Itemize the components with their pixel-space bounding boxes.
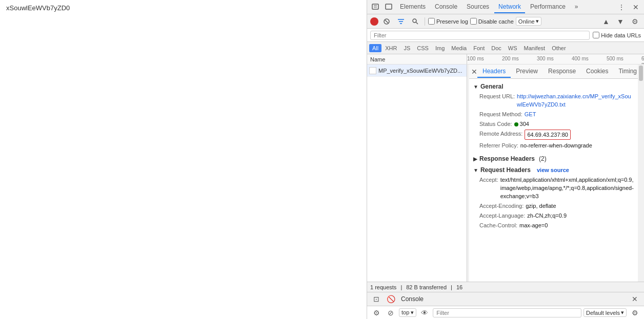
tab-console[interactable]: Console [431,1,461,13]
view-source-link[interactable]: view source [537,167,569,173]
type-btn-ws[interactable]: WS [505,44,520,52]
referrer-policy-row: Referrer Policy: no-referrer-when-downgr… [479,141,634,150]
request-headers-section-body: Accept: text/html,application/xhtml+xml,… [469,176,638,233]
upload-icon[interactable]: ▲ [600,15,612,28]
details-content: ▼ General Request URL: http://wjwezhan.z… [469,79,638,282]
request-headers-toggle-icon: ▼ [473,167,478,173]
preserve-log-text: Preserve log [436,18,468,25]
clear-icon[interactable] [380,15,393,28]
detail-tab-timing[interactable]: Timing [613,66,638,78]
preserve-log-checkbox[interactable] [428,18,435,25]
download-icon[interactable]: ▼ [614,15,627,28]
dock-icon[interactable] [383,1,395,13]
details-panel: ✕ Headers Preview Response Cookies Timin… [469,65,638,282]
detail-tab-headers[interactable]: Headers [477,66,511,78]
console-context-select[interactable]: top ▾ [399,308,416,317]
type-btn-font[interactable]: Font [470,44,488,52]
svg-rect-0 [372,4,378,9]
separator-1 [425,17,425,26]
type-btn-xhr[interactable]: XHR [382,44,400,52]
console-close-button[interactable]: ✕ [629,293,641,305]
cache-control-row: Cache-Control: max-age=0 [479,221,634,229]
filter-input[interactable] [370,31,590,40]
accept-value: text/html,application/xhtml+xml,applicat… [500,176,634,200]
network-row-name: MP_verify_xSouwlEeWVb7yZD... [378,68,462,74]
disable-cache-label[interactable]: Disable cache [470,18,514,25]
network-status-bar: 1 requests | 82 B transferred | 16 [367,282,644,292]
console-title: Console [401,295,424,303]
preserve-log-label[interactable]: Preserve log [428,18,468,25]
filter-bar: Hide data URLs [367,29,644,42]
type-filter-bar: All XHR JS CSS Img Media Font Doc WS Man… [367,42,644,54]
marker-400ms: 400 ms [572,56,589,61]
type-btn-js[interactable]: JS [400,44,413,52]
type-btn-media[interactable]: Media [448,44,470,52]
more-options-icon[interactable]: ⋮ [615,1,628,13]
general-section-header[interactable]: ▼ General [469,81,638,92]
hide-data-urls-checkbox[interactable] [593,32,599,38]
undock-icon[interactable] [369,1,381,13]
resources-count: 16 [456,284,462,290]
request-method-row: Request Method: GET [479,110,634,118]
search-icon[interactable] [409,15,421,28]
devtools-panel: Elements Console Sources Network Perform… [367,0,644,319]
record-button[interactable] [370,17,378,26]
referrer-policy-value: no-referrer-when-downgrade [520,141,592,150]
tab-performance[interactable]: Performance [526,1,570,13]
network-row[interactable]: MP_verify_xSouwlEeWVb7yZD... [367,65,467,77]
console-expand-icon[interactable]: ⊡ [370,293,383,305]
default-levels-dropdown[interactable]: Default levels ▾ [583,308,627,317]
type-btn-manifest[interactable]: Manifest [521,44,549,52]
console-filter-input[interactable] [433,308,581,317]
svg-rect-1 [386,4,392,9]
console-panel: ⊡ 🚫 Console ✕ ⚙ ⊘ top ▾ 👁 Default levels… [367,292,644,319]
details-close-button[interactable]: ✕ [471,67,477,77]
upload-download-icons: ▲ ▼ ⚙ [600,15,641,28]
online-dropdown[interactable]: Online ▾ [516,17,541,26]
accept-encoding-row: Accept-Encoding: gzip, deflate [479,202,634,210]
hide-data-urls-label[interactable]: Hide data URLs [593,32,641,38]
type-btn-other[interactable]: Other [549,44,569,52]
detail-tab-response[interactable]: Response [543,66,581,78]
disable-cache-checkbox[interactable] [470,18,477,25]
detail-tab-cookies[interactable]: Cookies [581,66,613,78]
tab-elements[interactable]: Elements [396,1,430,13]
request-headers-section-header[interactable]: ▼ Request Headers view source [469,164,638,176]
type-btn-img[interactable]: Img [432,44,448,52]
marker-500ms: 500 ms [607,56,623,61]
console-record-icon[interactable]: ⊘ [385,307,397,319]
close-devtools-icon[interactable]: ✕ [630,1,642,13]
accept-encoding-label: Accept-Encoding: [479,202,524,210]
scrollbar-thumb[interactable] [639,66,643,81]
tab-more[interactable]: » [571,1,582,13]
status-dot-icon [514,122,518,126]
tab-sources[interactable]: Sources [462,1,493,13]
console-eye-icon[interactable]: 👁 [418,307,431,319]
marker-200ms: 200 ms [502,56,519,61]
network-requests-list: MP_verify_xSouwlEeWVb7yZD... [367,65,467,282]
console-settings-icon[interactable]: ⚙ [370,307,383,319]
separator-status-2: | [451,284,452,290]
tab-network[interactable]: Network [494,1,525,13]
hide-data-urls-text: Hide data URLs [601,32,641,38]
response-headers-section-header[interactable]: ▶ Response Headers (2) [469,153,638,164]
type-btn-doc[interactable]: Doc [488,44,505,52]
type-btn-all[interactable]: All [369,44,381,52]
console-gear-icon[interactable]: ⚙ [629,307,641,319]
main-content: xSouwlEeWVb7yZD0 [0,0,367,292]
svg-line-5 [416,22,418,24]
request-method-value: GET [525,110,536,118]
cache-control-value: max-age=0 [519,221,548,229]
transferred-size: 82 B transferred [406,284,447,290]
type-btn-css[interactable]: CSS [414,44,432,52]
details-tabs: ✕ Headers Preview Response Cookies Timin… [469,65,638,79]
console-clear-icon[interactable]: 🚫 [385,293,397,305]
detail-tab-preview[interactable]: Preview [511,66,543,78]
filter-icon[interactable] [395,15,407,28]
request-headers-section-title: Request Headers [480,166,531,174]
request-url-value[interactable]: http://wjwezhan.zaixianke.cn/MP_verify_x… [517,92,634,109]
marker-100ms: 100 ms [467,56,484,61]
request-url-row: Request URL: http://wjwezhan.zaixianke.c… [479,92,634,109]
timeline-markers: 100 ms 200 ms 300 ms 400 ms 500 ms 600 m… [467,54,644,64]
settings-icon[interactable]: ⚙ [629,15,641,28]
